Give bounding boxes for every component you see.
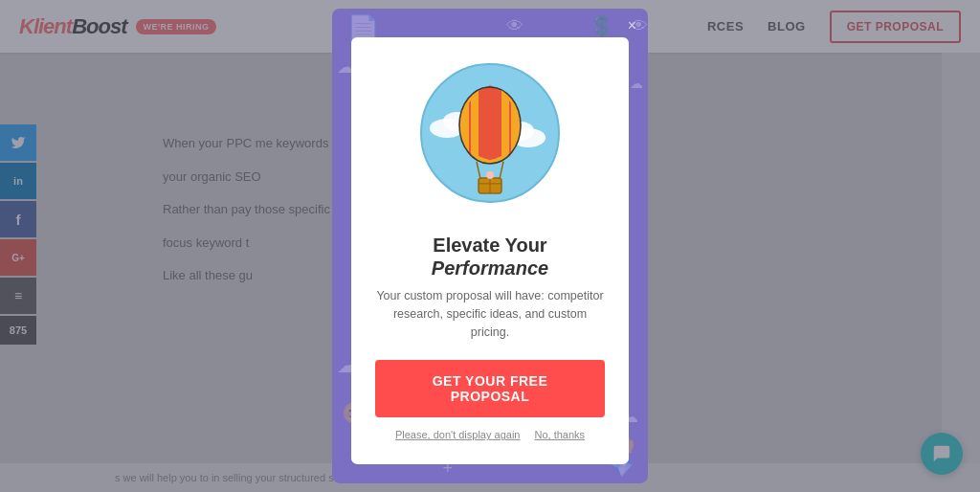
deco-cloud2-icon: ☁ — [630, 76, 643, 91]
proposal-modal: 📄 💲 👁 👁 ☁ ☁ ☁ 😊 👆 ☁ + 💎 × — [332, 9, 648, 483]
svg-point-13 — [486, 171, 494, 179]
modal-white-card: Elevate Your Performance Your custom pro… — [351, 37, 629, 464]
close-button[interactable]: × — [628, 18, 636, 34]
deco-dollar-icon: 💲 — [589, 13, 614, 38]
deco-eye-icon: 👁 — [506, 16, 523, 36]
balloon-illustration — [413, 56, 567, 219]
get-proposal-cta-button[interactable]: GET YOUR FREE PROPOSAL — [375, 360, 605, 417]
modal-description: Your custom proposal will have: competit… — [375, 287, 605, 341]
modal-purple-background: 📄 💲 👁 👁 ☁ ☁ ☁ 😊 👆 ☁ + 💎 × — [332, 9, 648, 483]
dont-display-again-link[interactable]: Please, don't display again — [395, 429, 521, 440]
modal-title: Elevate Your Performance — [375, 234, 605, 280]
no-thanks-link[interactable]: No, thanks — [534, 429, 585, 440]
modal-footer-links: Please, don't display again No, thanks — [375, 429, 605, 440]
balloon-svg — [413, 56, 567, 219]
